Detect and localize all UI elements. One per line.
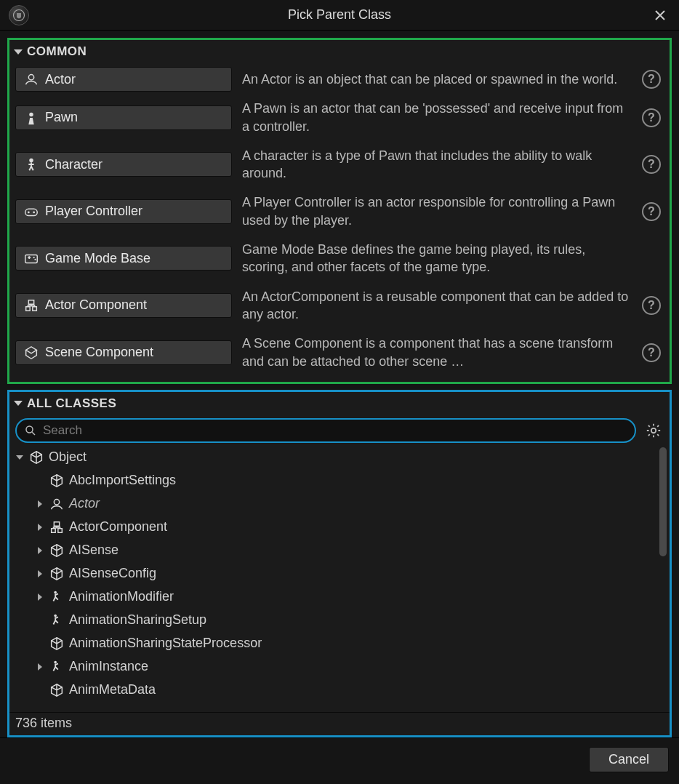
search-icon [24,424,37,437]
svg-point-8 [33,257,35,258]
section-common-header[interactable]: COMMON [9,40,670,63]
tree-node-animationsharingsetup[interactable]: AnimationSharingSetup [12,609,667,632]
svg-point-13 [54,591,57,594]
class-button-player-controller[interactable]: Player Controller [15,199,232,224]
anim-icon [49,612,65,628]
help-button[interactable]: ? [642,108,661,127]
tree-node-label: ActorComponent [69,519,167,535]
class-description: A Pawn is an actor that can be 'possesse… [242,95,632,140]
tree-node-actorcomponent[interactable]: ActorComponent [12,516,667,539]
scrollbar-thumb[interactable] [659,447,667,556]
class-button-actor-component[interactable]: Actor Component [15,293,232,318]
svg-point-10 [26,426,33,433]
common-class-row: Scene ComponentA Scene Component is a co… [15,330,664,375]
scenecomp-icon [23,345,39,361]
component-icon [23,297,39,313]
tree-node-label: AISense [69,543,118,558]
chevron-right-icon[interactable] [36,593,44,601]
dialog-body: COMMON ActorAn Actor is an object that c… [0,31,679,737]
help-button[interactable]: ? [642,155,661,174]
class-description: An ActorComponent is a reusable componen… [242,284,632,328]
tree-node-label: AISenseConfig [69,566,156,581]
gamemode-icon [23,250,39,266]
dialog-footer: Cancel [0,737,679,784]
section-all-label: ALL CLASSES [27,396,116,411]
svg-point-12 [54,499,59,504]
cube-icon [49,636,65,652]
tree-node-object[interactable]: Object [12,446,667,469]
tree-node-animationmodifier[interactable]: AnimationModifier [12,585,667,609]
component-icon [49,519,65,535]
anim-icon [49,589,65,605]
class-tree-container: ObjectAbcImportSettingsActorActorCompone… [9,446,670,712]
class-button-game-mode-base[interactable]: Game Mode Base [15,246,232,271]
class-button-actor[interactable]: Actor [15,67,232,92]
character-icon [23,156,39,172]
controller-icon [23,204,39,220]
tree-node-animinstance[interactable]: AnimInstance [12,655,667,679]
class-button-pawn[interactable]: Pawn [15,105,232,130]
cube-icon [49,682,65,698]
cube-icon [28,449,44,465]
class-button-label: Game Mode Base [45,251,150,266]
close-button[interactable] [650,5,670,25]
tree-node-animationsharingstateprocessor[interactable]: AnimationSharingStateProcessor [12,632,667,655]
ue-logo-icon [9,5,29,25]
chevron-right-icon[interactable] [36,570,44,577]
tree-node-label: AnimInstance [69,659,148,674]
chevron-right-icon[interactable] [36,524,44,531]
svg-point-11 [651,428,656,433]
class-button-scene-component[interactable]: Scene Component [15,340,232,365]
help-button[interactable]: ? [642,343,661,362]
common-class-row: PawnA Pawn is an actor that can be 'poss… [15,95,664,140]
svg-point-14 [54,615,57,617]
svg-point-2 [29,112,33,116]
class-button-label: Scene Component [45,345,153,360]
svg-point-15 [54,661,57,664]
tree-node-label: AnimationSharingStateProcessor [69,636,262,651]
section-all-classes: ALL CLASSES ObjectAbcImportSettingsActor… [7,390,672,737]
settings-button[interactable] [643,420,664,441]
tree-node-label: AbcImportSettings [69,473,176,488]
class-button-character[interactable]: Character [15,152,232,177]
tree-node-actor[interactable]: Actor [12,492,667,516]
gear-icon [646,423,662,439]
chevron-down-icon[interactable] [15,455,24,460]
search-input[interactable] [43,423,627,438]
tree-node-aisenseconfig[interactable]: AISenseConfig [12,562,667,585]
svg-point-6 [33,211,35,213]
class-description: A character is a type of Pawn that inclu… [242,143,632,187]
class-description: A Player Controller is an actor responsi… [242,189,632,233]
tree-node-animmetadata[interactable]: AnimMetaData [12,679,667,702]
cube-icon [49,566,65,582]
item-count-label: 736 items [9,712,670,735]
cancel-button[interactable]: Cancel [589,747,669,772]
common-class-row: Player ControllerA Player Controller is … [15,189,664,233]
svg-point-3 [29,159,33,163]
section-common-label: COMMON [27,44,87,59]
search-row [9,415,670,446]
actor-icon [23,71,39,87]
tree-node-aisense[interactable]: AISense [12,539,667,562]
help-button[interactable]: ? [642,70,661,89]
svg-point-9 [34,259,36,260]
pawn-icon [23,110,39,126]
chevron-right-icon[interactable] [36,547,44,554]
chevron-right-icon[interactable] [36,500,44,508]
cube-icon [49,543,65,559]
svg-point-1 [28,75,33,80]
common-class-row: Actor ComponentAn ActorComponent is a re… [15,284,664,328]
tree-node-label: AnimMetaData [69,682,156,697]
tree-node-abcimportsettings[interactable]: AbcImportSettings [12,469,667,492]
help-button[interactable]: ? [642,202,661,221]
help-button[interactable]: ? [642,296,661,315]
search-box[interactable] [15,418,636,443]
section-common: COMMON ActorAn Actor is an object that c… [7,38,672,384]
common-class-list: ActorAn Actor is an object that can be p… [9,63,670,382]
class-tree: ObjectAbcImportSettingsActorActorCompone… [12,446,667,702]
actor-icon [49,496,65,512]
section-all-header[interactable]: ALL CLASSES [9,392,670,415]
chevron-right-icon[interactable] [36,663,44,671]
class-button-label: Pawn [45,110,78,125]
window-title: Pick Parent Class [0,7,679,23]
